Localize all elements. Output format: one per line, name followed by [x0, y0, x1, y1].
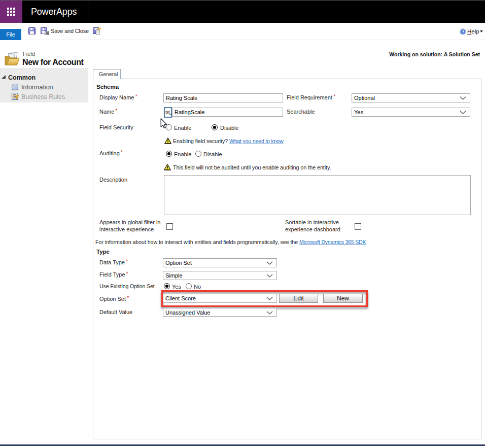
svg-text:?: ?: [462, 29, 465, 35]
